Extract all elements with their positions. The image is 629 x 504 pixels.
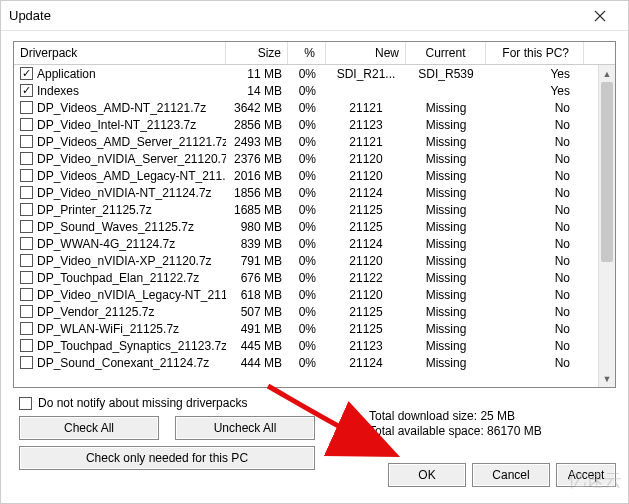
row-new: 21124: [326, 186, 406, 200]
list-body[interactable]: Application11 MB0%SDI_R21...SDI_R539YesI…: [14, 65, 615, 387]
ok-button[interactable]: OK: [388, 463, 466, 487]
row-percent: 0%: [288, 288, 326, 302]
row-current: Missing: [406, 220, 486, 234]
row-current: Missing: [406, 322, 486, 336]
row-checkbox[interactable]: [20, 186, 33, 199]
row-current: Missing: [406, 152, 486, 166]
row-checkbox[interactable]: [20, 220, 33, 233]
row-name: DP_Video_nVIDIA_Server_21120.7z: [37, 152, 226, 166]
table-row[interactable]: DP_Videos_AMD-NT_21121.7z3642 MB0%21121M…: [14, 99, 615, 116]
stats-block: Total download size: 25 MB Total availab…: [369, 409, 542, 439]
notify-row: Do not notify about missing driverpacks: [19, 396, 614, 410]
row-new: 21120: [326, 254, 406, 268]
row-name: Application: [37, 67, 96, 81]
table-row[interactable]: DP_Vendor_21125.7z507 MB0%21125MissingNo: [14, 303, 615, 320]
table-row[interactable]: DP_Videos_AMD_Server_21121.7z2493 MB0%21…: [14, 133, 615, 150]
table-row[interactable]: DP_Videos_AMD_Legacy-NT_211...2016 MB0%2…: [14, 167, 615, 184]
scroll-thumb[interactable]: [601, 82, 613, 262]
row-current: Missing: [406, 305, 486, 319]
titlebar: Update: [1, 1, 628, 31]
row-size: 1685 MB: [226, 203, 288, 217]
table-row[interactable]: DP_WLAN-WiFi_21125.7z491 MB0%21125Missin…: [14, 320, 615, 337]
table-row[interactable]: DP_Sound_Conexant_21124.7z444 MB0%21124M…: [14, 354, 615, 371]
row-name: DP_Sound_Conexant_21124.7z: [37, 356, 209, 370]
row-for-this-pc: No: [486, 254, 584, 268]
row-new: 21125: [326, 322, 406, 336]
row-size: 676 MB: [226, 271, 288, 285]
row-name: DP_Touchpad_Synaptics_21123.7z: [37, 339, 226, 353]
check-all-button[interactable]: Check All: [19, 416, 159, 440]
row-checkbox[interactable]: [20, 203, 33, 216]
close-icon: [594, 10, 606, 22]
col-for-this-pc[interactable]: For this PC?: [486, 42, 584, 64]
row-for-this-pc: No: [486, 118, 584, 132]
table-row[interactable]: DP_Video_nVIDIA_Legacy-NT_211...618 MB0%…: [14, 286, 615, 303]
row-checkbox[interactable]: [20, 101, 33, 114]
row-checkbox[interactable]: [20, 237, 33, 250]
vertical-scrollbar[interactable]: ▲ ▼: [598, 65, 615, 387]
row-checkbox[interactable]: [20, 322, 33, 335]
row-current: Missing: [406, 271, 486, 285]
row-for-this-pc: Yes: [486, 84, 584, 98]
row-percent: 0%: [288, 152, 326, 166]
row-percent: 0%: [288, 339, 326, 353]
row-checkbox[interactable]: [20, 356, 33, 369]
row-percent: 0%: [288, 356, 326, 370]
row-name: Indexes: [37, 84, 79, 98]
row-checkbox[interactable]: [20, 305, 33, 318]
row-size: 491 MB: [226, 322, 288, 336]
row-size: 2016 MB: [226, 169, 288, 183]
row-for-this-pc: Yes: [486, 67, 584, 81]
table-row[interactable]: DP_Touchpad_Synaptics_21123.7z445 MB0%21…: [14, 337, 615, 354]
row-for-this-pc: No: [486, 288, 584, 302]
notify-checkbox[interactable]: [19, 397, 32, 410]
col-size[interactable]: Size: [226, 42, 288, 64]
row-new: 21121: [326, 135, 406, 149]
row-for-this-pc: No: [486, 135, 584, 149]
row-for-this-pc: No: [486, 220, 584, 234]
row-checkbox[interactable]: [20, 271, 33, 284]
row-checkbox[interactable]: [20, 339, 33, 352]
row-current: Missing: [406, 186, 486, 200]
table-row[interactable]: Indexes14 MB0%Yes: [14, 82, 615, 99]
table-row[interactable]: DP_Video_nVIDIA-NT_21124.7z1856 MB0%2112…: [14, 184, 615, 201]
cancel-button[interactable]: Cancel: [472, 463, 550, 487]
table-row[interactable]: Application11 MB0%SDI_R21...SDI_R539Yes: [14, 65, 615, 82]
row-checkbox[interactable]: [20, 288, 33, 301]
row-checkbox[interactable]: [20, 254, 33, 267]
row-percent: 0%: [288, 220, 326, 234]
window-title: Update: [9, 8, 580, 23]
row-percent: 0%: [288, 101, 326, 115]
row-for-this-pc: No: [486, 322, 584, 336]
check-this-pc-button[interactable]: Check only needed for this PC: [19, 446, 315, 470]
table-row[interactable]: DP_Touchpad_Elan_21122.7z676 MB0%21122Mi…: [14, 269, 615, 286]
row-checkbox[interactable]: [20, 67, 33, 80]
row-size: 445 MB: [226, 339, 288, 353]
row-checkbox[interactable]: [20, 118, 33, 131]
col-percent[interactable]: %: [288, 42, 326, 64]
scroll-up-icon[interactable]: ▲: [599, 65, 615, 82]
row-for-this-pc: No: [486, 186, 584, 200]
col-driverpack[interactable]: Driverpack: [14, 42, 226, 64]
scroll-down-icon[interactable]: ▼: [599, 370, 615, 387]
close-button[interactable]: [580, 2, 620, 30]
uncheck-all-button[interactable]: Uncheck All: [175, 416, 315, 440]
row-name: DP_Video_nVIDIA_Legacy-NT_211...: [37, 288, 226, 302]
table-row[interactable]: DP_Video_nVIDIA-XP_21120.7z791 MB0%21120…: [14, 252, 615, 269]
row-current: SDI_R539: [406, 67, 486, 81]
row-size: 1856 MB: [226, 186, 288, 200]
table-row[interactable]: DP_Sound_Waves_21125.7z980 MB0%21125Miss…: [14, 218, 615, 235]
table-row[interactable]: DP_Printer_21125.7z1685 MB0%21125Missing…: [14, 201, 615, 218]
row-size: 444 MB: [226, 356, 288, 370]
row-percent: 0%: [288, 135, 326, 149]
table-row[interactable]: DP_Video_Intel-NT_21123.7z2856 MB0%21123…: [14, 116, 615, 133]
row-checkbox[interactable]: [20, 84, 33, 97]
row-checkbox[interactable]: [20, 135, 33, 148]
table-row[interactable]: DP_WWAN-4G_21124.7z839 MB0%21124MissingN…: [14, 235, 615, 252]
total-space-label: Total available space: 86170 MB: [369, 424, 542, 439]
row-checkbox[interactable]: [20, 169, 33, 182]
table-row[interactable]: DP_Video_nVIDIA_Server_21120.7z2376 MB0%…: [14, 150, 615, 167]
col-current[interactable]: Current: [406, 42, 486, 64]
row-checkbox[interactable]: [20, 152, 33, 165]
col-new[interactable]: New: [326, 42, 406, 64]
